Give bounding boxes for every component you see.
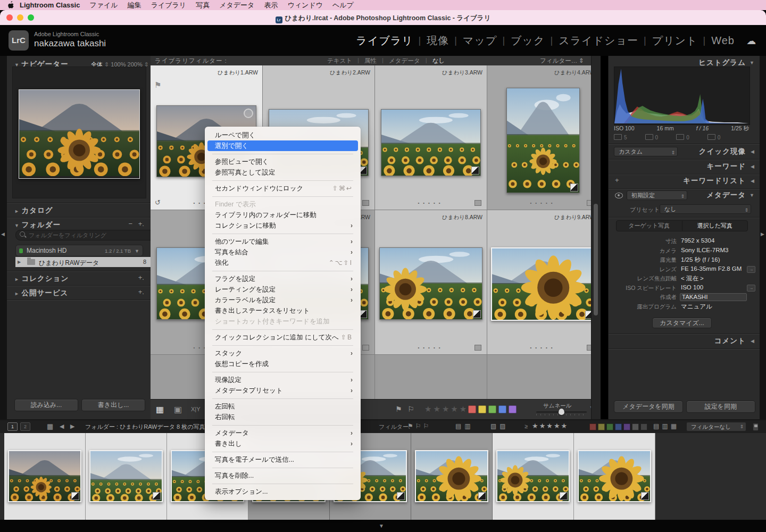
collapse-triangle-icon[interactable]: ◀ <box>751 178 754 184</box>
menu-item-13[interactable]: 他のツールで編集› <box>207 236 358 247</box>
navigator-preview[interactable] <box>12 66 146 198</box>
remove-folder-button[interactable]: − <box>128 220 132 228</box>
filmstrip-photo[interactable] <box>496 450 570 502</box>
folder-search-input[interactable] <box>15 230 159 240</box>
quick-develop-panel-header[interactable]: クイック現像 <box>699 147 746 156</box>
filter-option-1[interactable]: テキスト <box>327 57 352 65</box>
filmstrip-photo[interactable] <box>578 450 651 502</box>
apple-icon[interactable] <box>7 1 14 9</box>
quick-collection-circle-icon[interactable] <box>244 109 253 118</box>
develop-adjustment-badge[interactable] <box>570 184 578 192</box>
photo-thumbnail[interactable] <box>379 247 482 320</box>
module-tab-6[interactable]: プリント <box>652 34 698 48</box>
sync-settings-button[interactable]: 設定を同期 <box>686 401 755 413</box>
collapse-triangle-icon[interactable]: ◀ <box>751 149 754 154</box>
folders-panel-header[interactable]: ▼ フォルダー <box>14 220 61 230</box>
keyword-list-panel-header[interactable]: キーワードリスト <box>683 176 746 186</box>
collapse-triangle-icon[interactable]: ▼ <box>750 60 754 65</box>
metadata-status-icon[interactable] <box>474 200 481 206</box>
develop-adjustment-badge[interactable] <box>473 310 481 318</box>
menu-item-20[interactable]: 書き出しステータスをリセット <box>207 305 358 316</box>
rating-dots[interactable]: ••••• <box>530 201 556 205</box>
filmstrip-color-chip-2[interactable] <box>598 423 605 430</box>
color-label-chip-1[interactable] <box>468 405 476 413</box>
filter-preset-dropdown[interactable]: フィルター… ⇕ <box>540 57 584 65</box>
metadata-action-button[interactable]: → <box>747 266 755 273</box>
slider-knob[interactable] <box>559 409 564 415</box>
filter-switch[interactable] <box>753 423 759 431</box>
module-tab-7[interactable]: Web <box>711 35 735 47</box>
menubar-item[interactable]: メタデータ <box>219 1 254 9</box>
view-filter-icons[interactable]: ▤▥▦ <box>653 422 679 430</box>
grid-cell-8[interactable]: ひまわり9.ARW••••• <box>487 210 600 355</box>
keywords-panel-header[interactable]: キーワード <box>707 162 746 171</box>
compare-view-icon[interactable]: X|Y <box>191 406 201 412</box>
rating-dots[interactable]: ••••• <box>418 201 444 205</box>
develop-adjustment-badge[interactable] <box>560 492 568 500</box>
rating-dots[interactable]: ••••• <box>418 345 444 350</box>
filmstrip-photo[interactable] <box>415 450 488 502</box>
collapse-filmstrip-icon[interactable]: ▼ <box>379 523 384 529</box>
tab-selected-photos[interactable]: 選択した写真 <box>682 221 748 231</box>
develop-adjustment-badge[interactable] <box>397 492 405 500</box>
filmstrip-rating-stars[interactable]: ★★★★★ <box>532 422 568 430</box>
grid-scrollbar[interactable] <box>591 56 601 419</box>
metadata-status-icon[interactable] <box>474 345 481 351</box>
sync-metadata-button[interactable]: メタデータを同期 <box>614 401 683 413</box>
develop-adjustment-badge[interactable] <box>153 492 161 500</box>
customize-metadata-button[interactable]: カスタマイズ... <box>652 318 712 328</box>
develop-adjustment-badge[interactable] <box>71 492 79 500</box>
add-folder-button[interactable]: +. <box>138 220 144 228</box>
flag-icon[interactable]: ⚑ <box>154 80 161 90</box>
menu-item-39[interactable]: 写真を削除... <box>207 470 358 481</box>
menubar-item[interactable]: 写真 <box>196 1 210 9</box>
menu-item-26[interactable]: 仮想コピーを作成 <box>207 359 358 369</box>
color-label-chip-3[interactable] <box>488 405 496 413</box>
filmstrip-photo[interactable] <box>8 450 81 502</box>
rating-dots[interactable]: ••••• <box>530 345 556 350</box>
right-panel-edge[interactable]: ▶ <box>759 56 766 419</box>
add-keyword-button[interactable]: + <box>615 176 619 184</box>
adjustment-filter-icons[interactable]: ▧▨ <box>490 422 509 430</box>
collapse-triangle-icon[interactable]: ▼ <box>750 193 754 198</box>
filmstrip-color-chip-5[interactable] <box>623 423 630 430</box>
volume-row-macintosh-hd[interactable]: Macintosh HD 1.2 / 2.1 TB ▼ <box>15 245 143 256</box>
filmstrip-color-chip-4[interactable] <box>615 423 622 430</box>
filmstrip-cell-1[interactable] <box>4 433 86 520</box>
rating-stars[interactable]: ★★★★★ <box>424 404 468 414</box>
filmstrip-cell-6[interactable] <box>411 433 493 520</box>
rating-threshold[interactable]: ≥ <box>524 423 528 429</box>
filmstrip-cell-7[interactable] <box>493 433 574 520</box>
menu-item-2[interactable]: 選別で開く <box>207 140 358 151</box>
develop-adjustment-badge[interactable] <box>471 167 479 174</box>
main-window-button[interactable]: 1 <box>7 422 18 431</box>
menu-item-41[interactable]: 表示オプション... <box>207 486 358 497</box>
thumbnail-size-slider[interactable] <box>536 411 587 413</box>
develop-adjustment-badge[interactable] <box>641 492 649 500</box>
metadata-status-icon[interactable] <box>362 200 369 206</box>
flag-filter-icons[interactable]: ⚑⚐⚐ <box>407 422 431 430</box>
go-forward-icon[interactable]: ▶ <box>70 423 74 430</box>
color-label-chip-2[interactable] <box>478 405 486 413</box>
filter-option-3[interactable]: メタデータ <box>389 57 420 65</box>
add-publish-service-button[interactable]: +. <box>138 288 144 296</box>
collapse-triangle-icon[interactable]: ◀ <box>751 338 754 344</box>
menubar-item[interactable]: ヘルプ <box>332 1 354 9</box>
eye-icon[interactable] <box>615 193 623 198</box>
menubar-item[interactable]: ファイル <box>89 1 118 9</box>
module-tab-4[interactable]: ブック <box>511 34 545 48</box>
photo-thumbnail[interactable] <box>506 88 580 193</box>
filter-option-2[interactable]: 属性 <box>364 57 377 65</box>
menu-item-11[interactable]: コレクションに移動› <box>207 220 358 231</box>
menu-item-17[interactable]: フラグを設定› <box>207 273 358 284</box>
menu-item-1[interactable]: ルーペで開く <box>207 130 358 140</box>
grid-cell-3[interactable]: ひまわり3.ARW••••• <box>375 65 487 210</box>
catalog-panel-header[interactable]: ► カタログ <box>14 205 53 215</box>
menu-item-34[interactable]: メタデータ› <box>207 428 358 438</box>
filmstrip-cell-8[interactable] <box>574 433 655 520</box>
scrollbar-thumb[interactable] <box>594 204 598 315</box>
export-button[interactable]: 書き出し... <box>81 399 145 411</box>
pick-flag-icon[interactable]: ⚑ <box>395 405 402 413</box>
menu-item-7[interactable]: セカンドウィンドウにロック⇧⌘↩ <box>207 183 358 194</box>
edit-status-filter-icons[interactable]: ▤▥ <box>455 422 474 430</box>
